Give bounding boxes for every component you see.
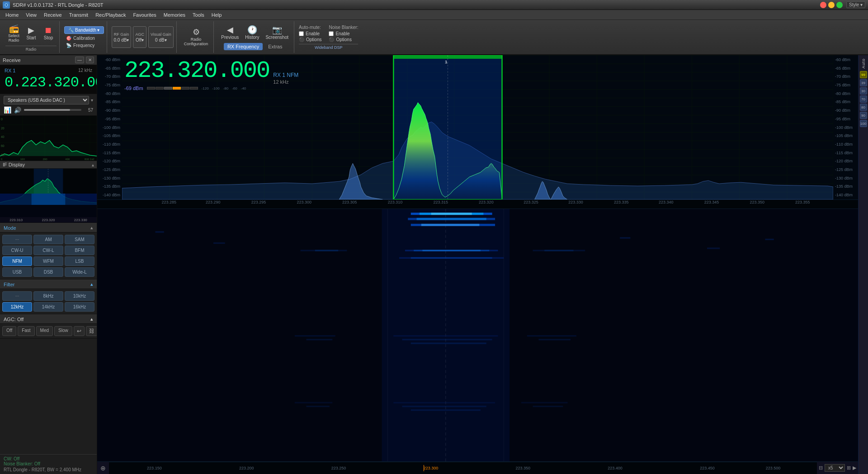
agc-title: AGC: Off [4, 317, 24, 322]
menu-favourites[interactable]: Favourites [129, 11, 160, 19]
mode-btn-bfm[interactable]: BFM [65, 246, 94, 255]
screenshot-button[interactable]: 📷 Screenshot [263, 24, 291, 41]
rx-frequency[interactable]: 0.223.320.000 [5, 74, 92, 91]
gain-level-90[interactable]: 90 [860, 112, 867, 119]
filter-btn-10k[interactable]: 10kHz [65, 291, 94, 301]
filter-header: Filter ▴ [0, 280, 97, 289]
stop-icon: ⏹ [44, 26, 52, 34]
agc-fast-button[interactable]: Fast [18, 326, 34, 336]
window-controls [820, 2, 843, 8]
calibration-button[interactable]: 🎯 Calibration [64, 35, 104, 41]
gain-level-100[interactable]: 100 [860, 120, 867, 127]
frequency-button[interactable]: 📡 Frequency [64, 43, 104, 48]
auto-mute-checkbox[interactable] [299, 31, 304, 36]
mode-arrow[interactable]: ▴ [90, 225, 93, 231]
gain-level-70[interactable]: 70 [860, 95, 867, 103]
filter-btn-14k[interactable]: 14kHz [33, 302, 63, 312]
zoom-select[interactable]: x5 x1 x2 x10 [825, 464, 845, 472]
mode-btn-widel[interactable]: Wide-L [65, 267, 94, 277]
agc-chain-button[interactable]: ⛓ [86, 326, 97, 336]
audio-dropdown-arrow[interactable]: ▾ [91, 98, 93, 103]
if-display-arrow[interactable]: ▴ [92, 162, 94, 167]
svg-text:800: 800 [85, 158, 90, 161]
maximize-button[interactable] [836, 2, 843, 8]
mode-btn-usb[interactable]: USB [2, 267, 32, 277]
waterfall-area[interactable] [97, 209, 858, 461]
mode-btn-am[interactable]: AM [33, 235, 63, 244]
agc-slow-button[interactable]: Slow [54, 326, 72, 336]
gain-level-30[interactable]: 30 [860, 87, 867, 95]
gain-level-39[interactable]: 39 [860, 79, 867, 86]
svg-rect-93 [411, 342, 486, 344]
menu-transmit[interactable]: Transmit [66, 11, 92, 19]
menu-view[interactable]: View [22, 11, 40, 19]
mode-btn-sam[interactable]: SAM [65, 235, 94, 244]
wideband-dsp-tab[interactable]: Wideband DSP [299, 44, 359, 50]
expand-button[interactable]: ⊞ [847, 465, 851, 471]
menu-tools[interactable]: Tools [189, 11, 208, 19]
filter-arrow[interactable]: ▴ [90, 281, 93, 287]
mode-btn-dots[interactable]: ··· [2, 235, 32, 244]
menu-receive[interactable]: Receive [40, 11, 66, 19]
agc-med-button[interactable]: Med [36, 326, 53, 336]
agc-arrow[interactable]: ▴ [90, 316, 93, 322]
mode-btn-cwl[interactable]: CW-L [33, 246, 63, 255]
transport-group: 📻 Select Radio ▶ Start ⏹ Stop Radio [3, 21, 60, 53]
style-button[interactable]: Style ▾ [846, 1, 865, 8]
main-freq-display[interactable]: 223.320.000 [124, 57, 269, 84]
svg-rect-104 [527, 335, 576, 337]
mini-freq-left: 223.310 [9, 218, 23, 222]
shrink-button[interactable]: ⊟ [819, 465, 823, 471]
waterfall-mini-freqs: 223.310 223.320 223.330 [0, 217, 97, 223]
freq-tick-0: 223.285 [162, 200, 177, 204]
previous-button[interactable]: ◀ Previous [218, 24, 241, 41]
gain-level-yellow[interactable]: 99 [860, 71, 867, 78]
minimize-button[interactable] [828, 2, 835, 8]
rf-gain-button[interactable]: RF Gain 0.0 dB▾ [112, 26, 132, 48]
menu-home[interactable]: Home [2, 11, 22, 19]
receive-close[interactable]: ✕ [86, 57, 94, 63]
spectrum-area[interactable]: -60 dBm -65 dBm -70 dBm -75 dBm -80 dBm … [97, 55, 858, 200]
mode-btn-nfm[interactable]: NFM [2, 256, 32, 266]
audio-device-select[interactable]: Speakers (USB Audio DAC ) [4, 96, 89, 104]
agc-undo-button[interactable]: ↩ [74, 326, 85, 336]
select-radio-button[interactable]: 📻 Select Radio [5, 23, 22, 44]
auto-gain-label[interactable]: Auto [861, 57, 866, 70]
mode-btn-lsb[interactable]: LSB [65, 256, 94, 266]
visual-gain-button[interactable]: Visual Gain 0 dB▾ [148, 26, 174, 48]
svg-rect-88 [315, 250, 338, 251]
menu-recplayback[interactable]: Rec/Playback [92, 11, 129, 19]
svg-rect-91 [393, 335, 498, 337]
mode-btn-wfm[interactable]: WFM [33, 256, 63, 266]
mode-btn-dsb[interactable]: DSB [33, 267, 63, 277]
gain-level-80[interactable]: 80 [860, 104, 867, 111]
bandwidth-button[interactable]: 🔧 Bandwidth ▾ [64, 26, 104, 34]
close-button[interactable] [820, 2, 826, 8]
menu-help[interactable]: Help [208, 11, 226, 19]
receive-minimize[interactable]: — [75, 57, 84, 63]
auto-mute-label: Auto-mute: [299, 25, 321, 30]
bfreq-4: 223.350 [515, 466, 530, 470]
filter-btn-dots[interactable]: ··· [2, 291, 32, 301]
filter-btn-8k[interactable]: 8kHz [33, 291, 63, 301]
noise-blanker-checkbox[interactable] [329, 31, 334, 36]
rx-frequency-tab[interactable]: RX Frequency [224, 43, 263, 50]
rx-freq-display: RX 1 12 kHz 0.223.320.000 [0, 65, 97, 94]
scroll-right-button[interactable]: ▶ [853, 465, 856, 471]
filter-btn-16k[interactable]: 16kHz [65, 302, 94, 312]
history-button[interactable]: 🕐 History [242, 24, 262, 41]
radio-config-button[interactable]: ⚙ Radio Configuration [181, 27, 211, 47]
volume-slider[interactable] [24, 109, 81, 111]
menu-memories[interactable]: Memories [160, 11, 189, 19]
start-button[interactable]: ▶ Start [23, 23, 39, 44]
speaker-icon[interactable]: 🔊 [14, 107, 21, 114]
stop-button[interactable]: ⏹ Stop [40, 23, 57, 44]
agc-button[interactable]: AGC Off▾ [133, 26, 146, 48]
volume-value: 57 [84, 108, 93, 113]
mode-btn-cwu[interactable]: CW-U [2, 246, 32, 255]
bfreq-0: 223.150 [147, 466, 162, 470]
extras-tab[interactable]: Extras [264, 43, 286, 50]
bottom-plus-button[interactable]: ⊕ [99, 465, 107, 472]
agc-off-button[interactable]: Off [2, 326, 16, 336]
filter-btn-12k[interactable]: 12kHz [2, 302, 32, 312]
